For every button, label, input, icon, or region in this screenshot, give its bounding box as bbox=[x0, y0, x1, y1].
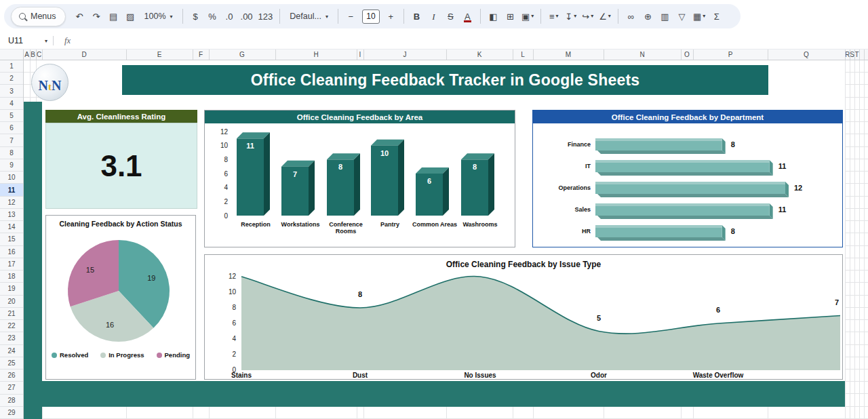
insert-chart-button[interactable]: ▥ bbox=[657, 7, 673, 25]
column-header-D[interactable]: D bbox=[81, 51, 86, 58]
more-formats-button[interactable]: 123 bbox=[256, 7, 275, 25]
row-header-28[interactable]: 28 bbox=[0, 395, 23, 407]
column-header-A[interactable]: A bbox=[24, 51, 29, 58]
decrease-decimal-button[interactable]: .0 bbox=[222, 7, 237, 25]
row-header-2[interactable]: 2 bbox=[0, 73, 23, 85]
row-header-21[interactable]: 21 bbox=[0, 308, 23, 320]
row-header-4[interactable]: 4 bbox=[0, 98, 23, 110]
legend-label: In Progress bbox=[108, 351, 144, 359]
row-header-19[interactable]: 19 bbox=[0, 283, 23, 295]
row-header-22[interactable]: 22 bbox=[0, 320, 23, 332]
row-header-27[interactable]: 27 bbox=[0, 382, 23, 394]
column-header-T[interactable]: T bbox=[854, 51, 859, 58]
row-header-6[interactable]: 6 bbox=[0, 122, 23, 134]
row-header-12[interactable]: 12 bbox=[0, 197, 23, 209]
column-header-S[interactable]: S bbox=[850, 51, 854, 58]
font-size-input[interactable]: 10 bbox=[362, 9, 380, 24]
name-box[interactable]: U11 ▾ bbox=[0, 33, 53, 49]
column-header-N[interactable]: N bbox=[639, 51, 644, 58]
fill-color-button[interactable]: ◧ bbox=[486, 7, 501, 25]
undo-button[interactable]: ↶ bbox=[72, 7, 87, 25]
column-header-I[interactable]: I bbox=[359, 51, 361, 58]
row-header-5[interactable]: 5 bbox=[0, 110, 23, 122]
row-header-29[interactable]: 29 bbox=[0, 407, 23, 419]
column-header-P[interactable]: P bbox=[728, 51, 733, 58]
column-header-E[interactable]: E bbox=[157, 51, 162, 58]
filter-views-button[interactable]: ▦▾ bbox=[691, 7, 707, 25]
text-color-button[interactable]: A bbox=[460, 7, 475, 25]
pie-chart-card[interactable]: Cleaning Feedback by Action Status 19161… bbox=[45, 215, 196, 380]
row-header-16[interactable]: 16 bbox=[0, 246, 23, 258]
redo-button[interactable]: ↷ bbox=[89, 7, 104, 25]
sheet-grid[interactable]: Office Cleaning Feedback Tracker in Goog… bbox=[0, 60, 868, 419]
svg-text:12: 12 bbox=[794, 184, 802, 192]
font-select[interactable]: Defaul...▾ bbox=[285, 7, 333, 25]
text-wrap-button[interactable]: ↪▾ bbox=[580, 7, 595, 25]
svg-text:11: 11 bbox=[246, 142, 254, 150]
currency-format-button[interactable]: $ bbox=[188, 7, 203, 25]
svg-text:7: 7 bbox=[835, 298, 839, 306]
create-filter-button[interactable]: ▽ bbox=[674, 7, 690, 25]
bold-button[interactable]: B bbox=[409, 7, 425, 25]
row-header-20[interactable]: 20 bbox=[0, 296, 23, 308]
increase-decimal-button[interactable]: .00 bbox=[239, 7, 255, 25]
row-header-8[interactable]: 8 bbox=[0, 147, 23, 159]
borders-button[interactable]: ⊞ bbox=[502, 7, 518, 25]
paint-format-button[interactable]: ▨ bbox=[123, 7, 138, 25]
insert-link-button[interactable]: ∞ bbox=[623, 7, 639, 25]
column-separator bbox=[193, 49, 193, 60]
column-header-F[interactable]: F bbox=[199, 51, 203, 58]
row-header-1[interactable]: 1 bbox=[0, 60, 23, 73]
column-header-G[interactable]: G bbox=[239, 51, 245, 58]
vertical-align-button[interactable]: ↧▾ bbox=[563, 7, 578, 25]
row-header-9[interactable]: 9 bbox=[0, 159, 23, 172]
column-header-L[interactable]: L bbox=[521, 51, 525, 58]
svg-text:HR: HR bbox=[582, 228, 591, 235]
row-header-18[interactable]: 18 bbox=[0, 271, 23, 283]
increase-font-size-button[interactable]: + bbox=[383, 7, 399, 25]
functions-button[interactable]: Σ bbox=[709, 7, 724, 25]
issue-type-chart-card[interactable]: Office Cleaning Feedback by Issue Type 0… bbox=[204, 254, 843, 380]
column-header-C[interactable]: C bbox=[37, 51, 41, 58]
legend-label: Pending bbox=[165, 351, 190, 359]
percent-format-button[interactable]: % bbox=[205, 7, 220, 25]
formula-input[interactable] bbox=[71, 33, 868, 49]
row-header-15[interactable]: 15 bbox=[0, 233, 23, 245]
rating-card-title: Avg. Cleanliness Rating bbox=[77, 113, 166, 121]
column-header-B[interactable]: B bbox=[31, 51, 35, 58]
row-header-10[interactable]: 10 bbox=[0, 172, 23, 184]
row-header-3[interactable]: 3 bbox=[0, 85, 23, 97]
strikethrough-button[interactable]: S bbox=[443, 7, 458, 25]
zoom-select[interactable]: 100%▾ bbox=[140, 7, 178, 25]
area-bar-chart-card[interactable]: Office Cleaning Feedback by Area 0246810… bbox=[204, 110, 515, 247]
column-header-J[interactable]: J bbox=[403, 51, 407, 58]
column-header-H[interactable]: H bbox=[313, 51, 318, 58]
decrease-font-size-button[interactable]: − bbox=[343, 7, 359, 25]
svg-text:No Issues: No Issues bbox=[464, 372, 496, 379]
row-header-25[interactable]: 25 bbox=[0, 357, 23, 370]
print-button[interactable]: ▤ bbox=[106, 7, 121, 25]
row-header-14[interactable]: 14 bbox=[0, 221, 23, 233]
horizontal-align-button[interactable]: ≡▾ bbox=[546, 7, 561, 25]
row-header-11[interactable]: 11 bbox=[0, 184, 23, 196]
text-rotation-button[interactable]: ∠▾ bbox=[597, 7, 613, 25]
row-header-7[interactable]: 7 bbox=[0, 134, 23, 146]
svg-text:Finance: Finance bbox=[568, 141, 591, 148]
merge-cells-button[interactable]: ▣▾ bbox=[519, 7, 536, 25]
chevron-down-icon: ▾ bbox=[555, 14, 558, 19]
column-header-O[interactable]: O bbox=[684, 51, 690, 58]
menus-button[interactable]: Menus bbox=[11, 7, 66, 26]
department-chart-card[interactable]: Office Cleaning Feedback by Department F… bbox=[532, 110, 843, 247]
row-header-13[interactable]: 13 bbox=[0, 209, 23, 221]
insert-comment-button[interactable]: ⊕ bbox=[640, 7, 656, 25]
row-header-24[interactable]: 24 bbox=[0, 345, 23, 357]
column-header-K[interactable]: K bbox=[477, 51, 482, 58]
row-header-17[interactable]: 17 bbox=[0, 258, 23, 271]
italic-button[interactable]: I bbox=[426, 7, 441, 25]
column-header-M[interactable]: M bbox=[566, 51, 571, 58]
column-header-Q[interactable]: Q bbox=[804, 51, 809, 58]
row-header-23[interactable]: 23 bbox=[0, 332, 23, 344]
svg-text:Operations: Operations bbox=[558, 184, 591, 191]
chevron-down-icon[interactable]: ▾ bbox=[45, 38, 53, 44]
row-header-26[interactable]: 26 bbox=[0, 370, 23, 382]
